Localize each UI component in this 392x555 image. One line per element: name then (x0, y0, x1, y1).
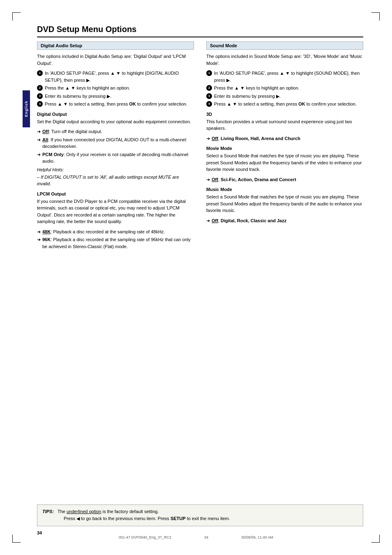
digital-output-off-text: Off: Turn off the digital output. (42, 128, 102, 135)
digital-output-header: Digital Output (37, 112, 194, 117)
sm-step-2: 2 Press the ▲ ▼ keys to highlight an opt… (206, 85, 363, 92)
sound-mode-intro: The options included in Sound Mode Setup… (206, 53, 363, 67)
mode-3d-options: ➜ Off, Living Room, Hall, Arena and Chur… (206, 135, 363, 142)
page-number: 34 (37, 530, 42, 535)
step-2: 2 Press the ▲ ▼ keys to highlight an opt… (37, 85, 194, 92)
movie-mode-desc: Select a Sound Mode that matches the typ… (206, 152, 363, 173)
music-mode-desc: Select a Sound Mode that matches the typ… (206, 193, 363, 214)
digital-output-all-text: All: If you have connected your DIGITAL … (42, 136, 194, 150)
footer-left: 001-47 DVP3040_Eng_37_RC2 (119, 535, 171, 539)
arrow-off: ➜ (37, 128, 41, 135)
sound-mode-header: Sound Mode (206, 41, 363, 50)
step-3-text: Enter its submenu by pressing ▶. (45, 93, 111, 100)
movie-mode-options-text: Off, Sci-Fic, Action, Drama and Concert (212, 176, 296, 183)
sm-step-3-text: Enter its submenu by pressing ▶. (214, 93, 281, 100)
lpcm-output-desc: If you connect the DVD Player to a PCM c… (37, 198, 194, 225)
step-4-number: 4 (37, 101, 43, 107)
music-mode-header: Music Mode (206, 187, 363, 192)
step-1-text: In 'AUDIO SETUP PAGE', press ▲ ▼ to high… (45, 70, 194, 83)
movie-mode-header: Movie Mode (206, 146, 363, 151)
digital-output-pcm-text: PCM Only: Only if your receiver is not c… (42, 151, 194, 165)
page-title: DVD Setup Menu Options (37, 25, 363, 37)
left-column: Digital Audio Setup The options included… (37, 41, 194, 251)
sm-step-3-number: 3 (206, 93, 212, 99)
step-2-number: 2 (37, 85, 43, 91)
sm-step-3: 3 Enter its submenu by pressing ▶. (206, 93, 363, 100)
tips-label: TIPS: (42, 509, 54, 514)
step-2-text: Press the ▲ ▼ keys to highlight an optio… (45, 85, 130, 92)
digital-audio-steps: 1 In 'AUDIO SETUP PAGE', press ▲ ▼ to hi… (37, 70, 194, 108)
step-4: 4 Press ▲ ▼ to select a setting, then pr… (37, 101, 194, 108)
mode-3d-header: 3D (206, 112, 363, 117)
footer-center: 34 (204, 535, 208, 539)
arrow-96k: ➜ (37, 236, 41, 243)
music-mode-options: ➜ Off, Digital, Rock, Classic and Jazz (206, 217, 363, 224)
lpcm-48k-text: 48K: Playback a disc recorded at the sam… (42, 228, 165, 235)
arrow-music: ➜ (206, 217, 210, 224)
music-mode-options-text: Off, Digital, Rock, Classic and Jazz (212, 217, 286, 224)
digital-audio-intro: The options included in Digital Audio Se… (37, 53, 194, 67)
step-1: 1 In 'AUDIO SETUP PAGE', press ▲ ▼ to hi… (37, 70, 194, 83)
movie-mode-options: ➜ Off, Sci-Fic, Action, Drama and Concer… (206, 176, 363, 183)
footer-info: 001-47 DVP3040_Eng_37_RC2 34 30/06/06, 1… (119, 535, 273, 539)
underlined-option: underlined option (67, 509, 101, 514)
sm-step-4-number: 4 (206, 101, 212, 107)
tips-line2: Press ◀ to go back to the previous menu … (64, 516, 230, 521)
step-1-number: 1 (37, 70, 43, 76)
lpcm-48k: ➜ 48K: Playback a disc recorded at the s… (37, 228, 194, 235)
helpful-hints-label: Helpful Hints: (37, 167, 194, 172)
sm-step-1: 1 In 'AUDIO SETUP PAGE', press ▲ ▼ to hi… (206, 70, 363, 83)
arrow-48k: ➜ (37, 228, 41, 235)
sm-step-1-number: 1 (206, 70, 212, 76)
lpcm-96k: ➜ 96K: Playback a disc recorded at the s… (37, 236, 194, 250)
digital-output-pcm: ➜ PCM Only: Only if your receiver is not… (37, 151, 194, 165)
mode-3d-options-text: Off, Living Room, Hall, Arena and Church (212, 135, 300, 142)
arrow-3d: ➜ (206, 135, 210, 142)
sm-step-2-text: Press the ▲ ▼ keys to highlight an optio… (214, 85, 300, 92)
lpcm-96k-text: 96K: Playback a disc recorded at the sam… (42, 236, 194, 250)
sm-step-4: 4 Press ▲ ▼ to select a setting, then pr… (206, 101, 363, 108)
step-3-number: 3 (37, 93, 43, 99)
footer-right: 30/06/06, 11:40 AM (241, 535, 273, 539)
lpcm-output-header: LPCM Output (37, 191, 194, 196)
arrow-all: ➜ (37, 136, 41, 143)
sound-mode-steps: 1 In 'AUDIO SETUP PAGE', press ▲ ▼ to hi… (206, 70, 363, 108)
step-3: 3 Enter its submenu by pressing ▶. (37, 93, 194, 100)
sm-step-2-number: 2 (206, 85, 212, 91)
digital-output-all: ➜ All: If you have connected your DIGITA… (37, 136, 194, 150)
tips-line1: The underlined option is the factory def… (58, 509, 159, 514)
mode-3d-desc: This function provides a virtual surroun… (206, 118, 363, 132)
tips-box: TIPS: The underlined option is the facto… (37, 504, 363, 526)
digital-output-off: ➜ Off: Turn off the digital output. (37, 128, 194, 135)
sm-step-4-text: Press ▲ ▼ to select a setting, then pres… (214, 101, 357, 108)
digital-output-desc: Set the Digital output according to your… (37, 118, 194, 125)
sm-step-1-text: In 'AUDIO SETUP PAGE', press ▲ ▼ to high… (214, 70, 363, 83)
helpful-hints-text: – If DIGITAL OUTPUT is set to 'All', all… (37, 174, 194, 187)
right-column: Sound Mode The options included in Sound… (206, 41, 363, 251)
step-4-text: Press ▲ ▼ to select a setting, then pres… (45, 101, 187, 108)
arrow-movie: ➜ (206, 176, 210, 183)
digital-audio-setup-header: Digital Audio Setup (37, 41, 194, 50)
arrow-pcm: ➜ (37, 151, 41, 158)
